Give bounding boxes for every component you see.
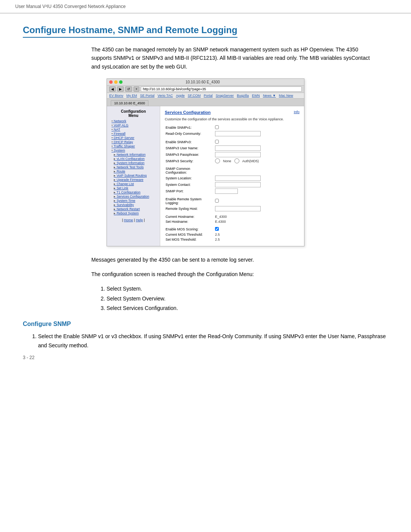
config-steps-list: Select System. Select System Overview. S… <box>107 284 388 313</box>
step-1: Select System. <box>107 284 388 294</box>
mos-scoring-value <box>214 227 299 232</box>
bookmark-portal[interactable]: Portal <box>204 94 213 97</box>
menu-item-reboot-system[interactable]: Reboot System <box>112 211 157 215</box>
home-link[interactable]: Home <box>124 218 133 222</box>
snmpv3-enable-row: Enable SNMPv3: <box>165 139 299 145</box>
info-link[interactable]: Info <box>294 110 299 114</box>
browser-tab[interactable]: 10.10.10.60 E_4500 <box>111 100 148 106</box>
url-bar[interactable]: http://10.10.10.60/cgi-bin/config?page=3… <box>141 86 302 92</box>
snmpv3-username-row: SNMPv3 User Name: <box>165 145 299 152</box>
system-location-value <box>214 175 299 182</box>
snmpv3-auth-label: Auth(MD5) <box>242 159 259 163</box>
menu-item-nat[interactable]: NAT <box>112 128 157 131</box>
snmpv3-security-label: SNMPv3 Security: <box>165 158 214 164</box>
menu-item-network-restart[interactable]: Network Restart <box>112 207 157 211</box>
menu-item-network[interactable]: Network <box>112 119 157 123</box>
snmpv3-none-radio[interactable] <box>215 158 220 163</box>
snmpv3-auth-radio[interactable] <box>234 158 239 163</box>
read-only-community-input[interactable] <box>215 131 261 136</box>
menu-item-system-time[interactable]: System Time <box>112 199 157 203</box>
close-icon[interactable] <box>109 80 113 84</box>
services-config-panel: Services Configuration Info Customize th… <box>160 106 304 246</box>
syslog-host-input[interactable] <box>215 206 261 211</box>
main-content: Configure Hostname, SNMP and Remote Logg… <box>0 13 411 372</box>
menu-item-firewall[interactable]: Firewall <box>112 132 157 136</box>
menu-item-dhcp-relay[interactable]: DHCP Relay <box>112 140 157 144</box>
snmpv1-enable-value <box>214 125 299 131</box>
menu-footer: | Home | Help | <box>110 218 157 222</box>
snmp-port-value <box>214 188 299 195</box>
minimize-icon[interactable] <box>114 80 118 84</box>
mos-threshold-row: Current MOS Threshold: 2.5 <box>165 232 299 237</box>
snmpv3-checkbox[interactable] <box>215 140 219 144</box>
config-menu-list: Network VoIP ALG NAT Firewall DHCP Serve… <box>110 119 157 215</box>
menu-item-dhcp-server[interactable]: DHCP Server <box>112 136 157 140</box>
menu-item-t1-config[interactable]: T1 Configuration <box>112 190 157 194</box>
step-2: Select System Overview. <box>107 294 388 304</box>
snmpv3-username-label: SNMPv3 User Name: <box>165 145 214 152</box>
config-content-header: Services Configuration Info <box>165 110 299 115</box>
snmpv3-username-input[interactable] <box>215 145 261 151</box>
snmp-common-label: SNMP CommonConfiguration: <box>165 166 214 175</box>
menu-item-network-info[interactable]: Network Information <box>112 153 157 157</box>
bookmark-news[interactable]: News ▼ <box>263 94 276 97</box>
nav-forward-button[interactable]: ▶ <box>117 86 124 92</box>
menu-item-survivability[interactable]: Survivability <box>112 203 157 207</box>
nav-back-button[interactable]: ◀ <box>109 86 116 92</box>
bookmark-ev-bionv[interactable]: EV Bionv <box>109 94 123 97</box>
snmpv3-enable-label: Enable SNMPv3: <box>165 139 214 145</box>
remote-logging-label: Enable Remote SystemLogging: <box>165 197 214 206</box>
nav-add-button[interactable]: + <box>134 86 139 92</box>
system-contact-row: System Contact: <box>165 182 299 188</box>
snmp-steps-list: Select the Enable SNMP v1 or v3 checkbox… <box>38 332 388 350</box>
system-location-label: System Location: <box>165 175 214 182</box>
remote-logging-value <box>214 197 299 206</box>
remote-logging-checkbox[interactable] <box>215 199 219 203</box>
menu-item-voip-alg[interactable]: VoIP ALG <box>112 123 157 127</box>
system-location-input[interactable] <box>215 176 261 181</box>
browser-window-controls <box>109 80 123 84</box>
mos-scoring-checkbox[interactable] <box>215 227 219 231</box>
snmpv1-checkbox[interactable] <box>215 125 219 129</box>
snmp-port-row: SNMP Port: <box>165 188 299 195</box>
menu-item-system[interactable]: System <box>112 149 157 152</box>
set-mos-threshold-label: Set MOS Threshold: <box>165 237 214 242</box>
bookmark-bugzilla[interactable]: Bugzilla <box>237 94 249 97</box>
menu-item-network-test[interactable]: Network Test Tools <box>112 165 157 169</box>
snmp-port-label: SNMP Port: <box>165 188 214 195</box>
browser-titlebar: 10.10.10.60 E_4300 <box>107 79 304 86</box>
snmpv3-security-radios: None Auth(MD5) <box>215 158 299 163</box>
configure-snmp-heading: Configure SNMP <box>23 321 388 328</box>
system-contact-label: System Contact: <box>165 182 214 188</box>
bookmark-verio-tac[interactable]: Verio TAC <box>158 94 173 97</box>
config-screen-paragraph: The configuration screen is reached thro… <box>91 270 373 279</box>
menu-item-route[interactable]: Route <box>112 169 157 173</box>
snmpv3-passphrase-input[interactable] <box>215 152 261 157</box>
maximize-icon[interactable] <box>119 80 123 84</box>
bookmark-ewn[interactable]: EWN <box>252 94 260 97</box>
menu-item-change-list[interactable]: Change List <box>112 182 157 186</box>
set-mos-threshold-value: 2.5 <box>214 237 299 242</box>
menu-item-voip-subnet[interactable]: VoIP Subnet Routing <box>112 174 157 177</box>
doc-header-text: User Manual V²IU 4350 Converged Network … <box>15 4 126 9</box>
bookmark-apple[interactable]: Apple <box>176 94 185 97</box>
nav-refresh-button[interactable]: ↺ <box>125 86 132 92</box>
menu-item-services-config[interactable]: Services Configuration <box>112 195 157 198</box>
menu-item-set-link[interactable]: Set Link <box>112 186 157 190</box>
bookmark-snapserver[interactable]: SnapServer <box>216 94 234 97</box>
menu-item-vlan-config[interactable]: vLAN Configuration <box>112 157 157 161</box>
menu-item-traffic-shaper[interactable]: Traffic Shaper <box>112 144 157 148</box>
bookmark-sfcom[interactable]: SF.COM <box>188 94 201 97</box>
menu-item-system-info[interactable]: System Information <box>112 161 157 165</box>
menu-item-upgrade-firmware[interactable]: Upgrade Firmware <box>112 178 157 182</box>
bookmark-se-portal[interactable]: SE Portal <box>140 94 155 97</box>
bookmark-mac-new[interactable]: Mac New <box>279 94 293 97</box>
mos-threshold-label: Current MOS Threshold: <box>165 232 214 237</box>
config-menu-title: Configuration Menu <box>110 109 157 118</box>
syslog-host-row: Remote Syslog Host: <box>165 206 299 212</box>
help-link[interactable]: Help <box>136 218 143 222</box>
snmpv1-enable-row: Enable SNMPv1: <box>165 125 299 131</box>
bookmark-my-em[interactable]: My EM <box>126 94 137 97</box>
snmp-port-input[interactable] <box>215 189 238 194</box>
system-contact-input[interactable] <box>215 182 261 187</box>
